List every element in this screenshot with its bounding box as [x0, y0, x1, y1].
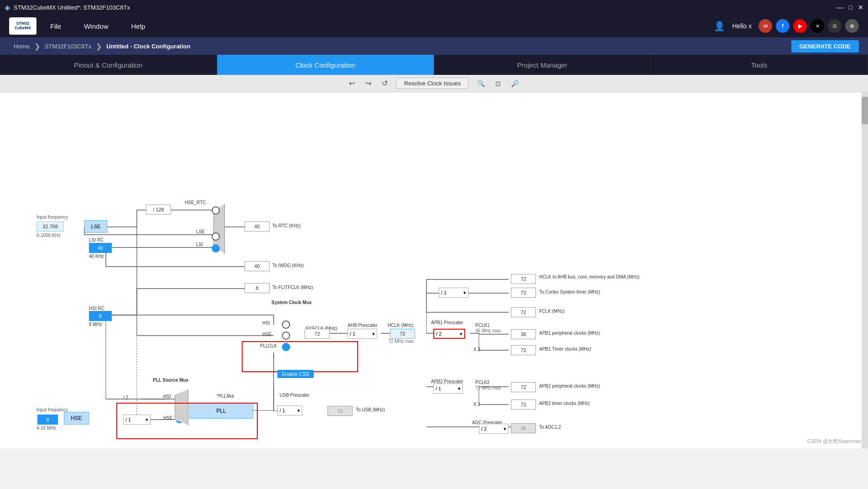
social-youtube[interactable]: ▶: [793, 19, 807, 33]
menu-file[interactable]: File: [50, 22, 61, 30]
lsi-line-label: LSI: [196, 242, 203, 247]
pllclk-sysclk-label: PLLCLK: [260, 343, 277, 348]
hsi-rc-value-box[interactable]: 8: [89, 311, 112, 321]
hsi-pll-label: HSI: [163, 394, 171, 399]
window-title-text: STM32CubeMX Untitled*: STM32F103C8Tx: [14, 4, 130, 11]
mux-circle-pll[interactable]: [282, 343, 290, 351]
zoom-out-button[interactable]: 🔍: [509, 78, 521, 89]
menu-window[interactable]: Window: [84, 22, 108, 30]
fit-button[interactable]: ⊡: [494, 78, 503, 89]
hse-sysclk-label: HSE: [262, 332, 272, 337]
window-controls: — □ ✕: [837, 4, 863, 11]
usb-prescaler-dropdown[interactable]: / 1 ▾: [277, 405, 302, 415]
pll-source-mux-shape[interactable]: [175, 389, 188, 425]
input-freq-bot-range: 4-16 MHz: [36, 426, 56, 431]
input-freq-top-value[interactable]: 32.768: [36, 221, 64, 231]
scrollbar[interactable]: [862, 92, 868, 448]
mux-circle-hsi[interactable]: [282, 321, 290, 329]
hsi-sysclk-label: HSI: [262, 321, 270, 326]
menu-items: File Window Help: [50, 22, 714, 30]
adc-label: To ADC1,2: [539, 425, 561, 430]
sysclk-value-box: 72: [305, 329, 330, 339]
pclk1-max: 36 MHz max: [475, 328, 501, 333]
refresh-button[interactable]: ↺: [380, 77, 390, 89]
window-title: ◈ STM32CubeMX Untitled*: STM32F103C8Tx: [5, 3, 130, 12]
ahb-prescaler-label: AHB Prescaler: [348, 323, 378, 328]
social-github[interactable]: ⊙: [828, 19, 842, 33]
hse-box-bottom[interactable]: HSE: [64, 412, 89, 425]
cortex-prescaler-dropdown[interactable]: / 1 ▾: [439, 288, 468, 298]
lsi-rc-label: LSI RC: [89, 237, 104, 242]
watermark: CSDN @大熊Superman: [807, 438, 861, 445]
resolve-clock-issues-button[interactable]: Resolve Clock Issues: [396, 78, 468, 89]
to-usb-value: 72: [327, 406, 353, 416]
redo-button[interactable]: ↪: [364, 77, 373, 89]
lse-box[interactable]: LSE: [84, 220, 107, 233]
ahb-prescaler-chevron: ▾: [372, 331, 375, 337]
lse-line-label: LSE: [196, 229, 205, 234]
apb2-prescaler-chevron: ▾: [458, 386, 461, 392]
menu-help[interactable]: Help: [131, 22, 146, 30]
apb1-timer-value: 72: [511, 345, 536, 355]
input-freq-top-label: Input frequency: [36, 215, 68, 220]
minimize-btn[interactable]: —: [837, 4, 843, 11]
apb1-prescaler-label: APB1 Prescaler: [431, 320, 463, 325]
tab-clock[interactable]: Clock Configuration: [217, 55, 434, 75]
menubar: STM32CubeMX File Window Help 👤 Hello x 1…: [0, 15, 868, 37]
tab-project[interactable]: Project Manager: [434, 55, 651, 75]
hse-div1-dropdown[interactable]: / 1 ▾: [123, 415, 151, 425]
apb2-peripheral-value: 72: [511, 382, 536, 392]
to-rtc-label: To RTC (KHz): [272, 223, 301, 228]
div128-box: / 128: [146, 205, 171, 215]
user-icon: 👤: [714, 21, 725, 32]
scroll-thumb[interactable]: [862, 97, 868, 124]
bc-sep-1: ❯: [34, 42, 40, 51]
to-flitfclk-label: To FLITFCLK (MHz): [272, 285, 313, 290]
social-icons: 10 f ▶ ✕ ⊙ ⊕: [759, 19, 859, 33]
mux-circle-hse-rtc[interactable]: [212, 206, 220, 215]
mux-circle-lsi[interactable]: [212, 244, 220, 252]
input-freq-bot-value-box[interactable]: 8: [37, 415, 58, 425]
apb1-prescaler-chevron: ▾: [460, 331, 463, 337]
apb2-prescaler-dropdown[interactable]: / 1 ▾: [433, 384, 463, 394]
adc-prescaler-dropdown[interactable]: / 2 ▾: [479, 424, 509, 434]
to-flitfclk-value: 8: [244, 283, 270, 293]
cortex-timer-value: 72: [511, 288, 536, 298]
breadcrumb-bar: Home ❯ STM32F103C8Tx ❯ Untitled - Clock …: [0, 37, 868, 55]
undo-button[interactable]: ↩: [347, 77, 357, 89]
tab-pinout[interactable]: Pinout & Configuration: [0, 55, 217, 75]
title-bar: ◈ STM32CubeMX Untitled*: STM32F103C8Tx —…: [0, 0, 868, 15]
apb1-peripheral-value: 36: [511, 329, 536, 339]
social-anniversary[interactable]: 10: [759, 19, 772, 33]
social-facebook[interactable]: f: [776, 19, 790, 33]
hse-div1-chevron: ▾: [146, 417, 148, 423]
enable-css-button[interactable]: Enable CSS: [277, 370, 314, 378]
apb1-prescaler-dropdown[interactable]: / 2 ▾: [433, 329, 465, 339]
pll-div2-label: / 2: [123, 395, 128, 400]
bc-sep-2: ❯: [96, 42, 102, 51]
tab-tools[interactable]: Tools: [651, 55, 868, 75]
hclk-max-label: 72 MHz max: [388, 339, 414, 344]
to-iwdg-label: To IWDG (KHz): [272, 263, 304, 268]
mux-circle-lse[interactable]: [212, 232, 220, 241]
user-section: 👤 Hello x 10 f ▶ ✕ ⊙ ⊕: [714, 19, 859, 33]
social-twitter[interactable]: ✕: [811, 19, 824, 33]
mux-circle-hse[interactable]: [282, 331, 290, 340]
cortex-timer-label: To Cortex System timer (MHz): [539, 289, 600, 294]
hclk-label-top: HCLK (MHz): [388, 323, 414, 328]
social-other[interactable]: ⊕: [845, 19, 859, 33]
diagram-lines: [0, 92, 868, 448]
hsi-rc-label: HSI RC: [89, 306, 104, 311]
close-btn[interactable]: ✕: [858, 4, 863, 11]
generate-code-button[interactable]: GENERATE CODE: [791, 40, 859, 53]
user-name: Hello x: [732, 22, 752, 30]
ahb-prescaler-dropdown[interactable]: / 1 ▾: [348, 329, 377, 339]
maximize-btn[interactable]: □: [849, 4, 852, 11]
lsi-rc-value-box[interactable]: 40: [89, 243, 112, 253]
zoom-in-button[interactable]: 🔍: [475, 78, 487, 89]
usb-prescaler-chevron: ▾: [297, 408, 300, 414]
system-clock-mux-label: System Clock Mux: [271, 300, 312, 305]
bc-home[interactable]: Home: [9, 43, 34, 50]
apb1-timer-label: APB1 Timer clocks (MHz): [539, 347, 591, 352]
bc-device[interactable]: STM32F103C8Tx: [40, 43, 96, 50]
